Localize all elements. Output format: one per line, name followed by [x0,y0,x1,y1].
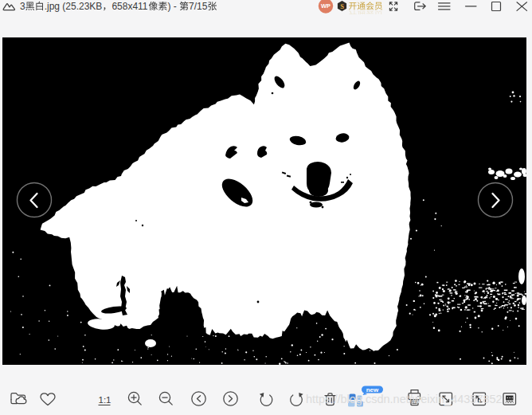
svg-text:) -: ) - [167,1,176,12]
svg-text:S: S [340,2,344,10]
svg-text:WP: WP [321,2,331,10]
svg-text:658x411: 658x411 [111,1,147,12]
svg-text:.jpg (25.23KB: .jpg (25.23KB [45,1,103,12]
svg-text:1:1: 1:1 [99,395,111,405]
svg-text:https://blog.csdn.net/weixin_4: https://blog.csdn.net/weixin_44357852 [306,393,503,405]
svg-text:7/15: 7/15 [189,1,208,12]
svg-text:3: 3 [20,1,25,12]
